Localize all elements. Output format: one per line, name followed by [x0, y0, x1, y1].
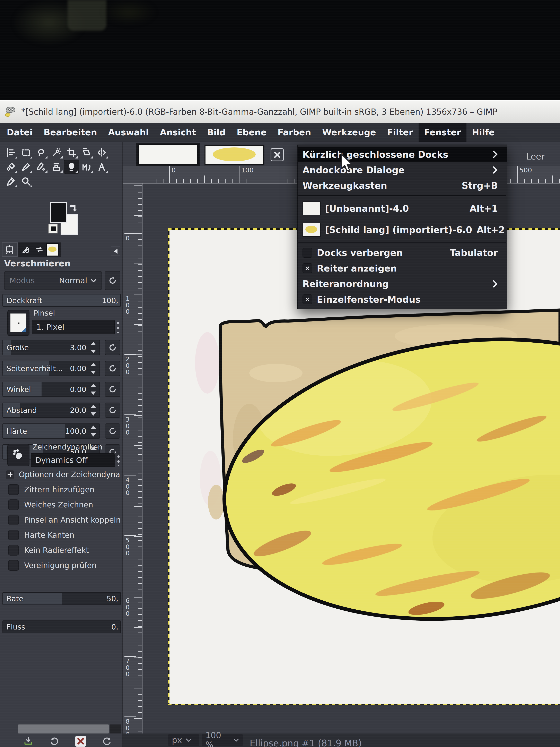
ink-tool[interactable] [33, 160, 49, 174]
menu-item[interactable]: [Schild lang] (importiert)-6.0 Alt+2 [298, 219, 507, 240]
rate-slider[interactable]: Rate 50, [2, 592, 121, 605]
dynamics-field[interactable]: Dynamics Off [31, 453, 115, 467]
option-checkbox-row[interactable]: Weiches Zeichnen [8, 497, 122, 512]
window-titlebar[interactable]: *[Schild lang] (importiert)-6.0 (RGB-Far… [0, 100, 560, 123]
checkbox-icon[interactable] [8, 484, 19, 495]
checkbox-icon[interactable] [8, 530, 19, 540]
tool-slider[interactable]: Abstand 20.0 [2, 403, 100, 418]
unit-select[interactable]: px [168, 734, 199, 746]
slider-reset-button[interactable] [105, 361, 121, 376]
menu-item[interactable]: [Unbenannt]-4.0 Alt+1 [298, 198, 507, 219]
menubar-item[interactable]: Werkzeuge [317, 123, 381, 142]
menu-item[interactable]: Reiter anzeigen [298, 260, 507, 276]
menu-item[interactable] [298, 193, 507, 198]
rectangle-select-tool[interactable] [19, 146, 33, 160]
option-checkbox-row[interactable]: Pinsel an Ansicht koppeln [8, 513, 122, 527]
mypaint-brush-tool[interactable] [79, 160, 94, 174]
spinner[interactable] [89, 342, 98, 353]
default-colors-icon[interactable] [48, 224, 58, 233]
slider-reset-button[interactable] [105, 403, 121, 418]
checkbox-icon[interactable] [8, 545, 19, 556]
options-scrollbar[interactable] [18, 724, 109, 733]
spin-up-icon [91, 363, 96, 366]
zoom-select[interactable]: 100 % [202, 734, 243, 746]
free-select-tool[interactable] [33, 146, 49, 160]
flip-tool[interactable] [94, 146, 109, 160]
image-tab-untitled[interactable] [136, 143, 200, 166]
paintbrush-tool[interactable] [19, 160, 33, 174]
spinner[interactable] [89, 426, 98, 437]
close-tab-button[interactable] [271, 148, 284, 161]
dock-tab-image[interactable] [46, 243, 58, 256]
text-tool[interactable] [94, 160, 109, 174]
menubar-item[interactable]: Auswahl [103, 123, 154, 142]
swap-colors-icon[interactable] [68, 202, 79, 213]
delete-options-button[interactable] [75, 736, 86, 747]
save-options-button[interactable] [23, 736, 33, 747]
menubar-item[interactable]: Fenster [419, 123, 466, 142]
smudge-tool[interactable] [64, 160, 79, 174]
menubar-item[interactable]: Filter [381, 123, 419, 142]
image-tab-schild-lang[interactable] [204, 145, 264, 165]
option-checkbox-row[interactable]: Kein Radiereffekt [8, 543, 122, 558]
menu-item[interactable] [298, 240, 507, 245]
option-checkbox-row[interactable]: Harte Kanten [8, 528, 122, 542]
tool-slider[interactable]: Winkel 0.00 [2, 382, 100, 397]
brush-grip[interactable] [116, 321, 121, 333]
menu-item[interactable]: Kürzlich geschlossene Docks [298, 147, 507, 162]
dock-tab-history[interactable] [32, 243, 47, 256]
slider-reset-button[interactable] [105, 423, 121, 439]
menu-item[interactable]: Andockbare Dialoge [298, 162, 507, 178]
dynamics-options-expander[interactable]: Optionen der Zeichendynamik [6, 470, 121, 479]
option-checkbox-row[interactable]: Vereinigung prüfen [8, 558, 122, 572]
flow-slider[interactable]: Fluss 0, [2, 620, 121, 633]
menu-item[interactable]: Docks verbergen Tabulator [298, 245, 507, 260]
crop-tool[interactable] [64, 146, 79, 160]
menubar-item[interactable]: Datei [1, 123, 38, 142]
bucket-fill-tool[interactable] [3, 160, 19, 174]
slider-reset-button[interactable] [105, 382, 121, 397]
mode-reset-button[interactable] [105, 271, 121, 290]
opacity-slider[interactable]: Deckkraft 100, [2, 294, 121, 307]
ruler-mark: 400 [125, 475, 136, 496]
reset-options-button[interactable] [102, 736, 112, 747]
checkbox-icon[interactable] [8, 499, 19, 510]
fuzzy-select-tool[interactable] [49, 146, 64, 160]
dock-tab-tool-options[interactable] [19, 243, 33, 256]
tool-slider[interactable]: Größe 3.00 [2, 340, 100, 355]
spinner[interactable] [89, 384, 98, 395]
color-picker-tool[interactable] [3, 174, 19, 188]
clone-tool[interactable] [49, 160, 64, 174]
shear-tool[interactable] [79, 146, 94, 160]
menubar-item[interactable]: Ansicht [154, 123, 202, 142]
zoom-tool[interactable] [19, 174, 33, 188]
foreground-color-swatch[interactable] [50, 202, 67, 223]
option-checkbox-row[interactable]: Zittern hinzufügen [8, 483, 122, 497]
menu-item[interactable]: Reiteranordnung [298, 276, 507, 291]
dock-collapse-button[interactable] [111, 247, 121, 256]
spinner[interactable] [89, 405, 98, 416]
menubar-item[interactable]: Hilfe [466, 123, 500, 142]
restore-options-button[interactable] [49, 736, 60, 747]
tool-slider[interactable]: Seitenverhält... 0.00 [2, 361, 100, 376]
menubar-item[interactable]: Bearbeiten [38, 123, 103, 142]
menubar-item[interactable]: Ebene [231, 123, 272, 142]
menu-item[interactable]: Einzelfenster-Modus [298, 291, 507, 307]
menubar-item[interactable]: Farben [272, 123, 317, 142]
menu-item[interactable]: Werkzeugkasten Strg+B [298, 178, 507, 193]
dynamics-thumbnail[interactable] [7, 444, 29, 466]
dynamics-grip[interactable] [116, 454, 121, 466]
tool-slider[interactable]: Härte 100,0 [2, 423, 100, 439]
alignment-tool[interactable] [3, 146, 19, 160]
checkbox-icon[interactable] [8, 560, 19, 571]
vertical-ruler[interactable]: 0 100 200 300 400 500 600 [123, 183, 142, 747]
menubar-item[interactable]: Bild [202, 123, 231, 142]
brush-thumbnail[interactable] [7, 310, 29, 336]
mode-select[interactable]: Modus Normal [4, 271, 102, 290]
checkbox-icon[interactable] [8, 515, 19, 525]
slider-reset-button[interactable] [105, 340, 121, 355]
opacity-value: 100, [102, 296, 118, 305]
dock-tab-easel[interactable] [2, 242, 18, 257]
brush-field[interactable]: 1. Pixel [32, 320, 115, 334]
spinner[interactable] [89, 363, 98, 374]
